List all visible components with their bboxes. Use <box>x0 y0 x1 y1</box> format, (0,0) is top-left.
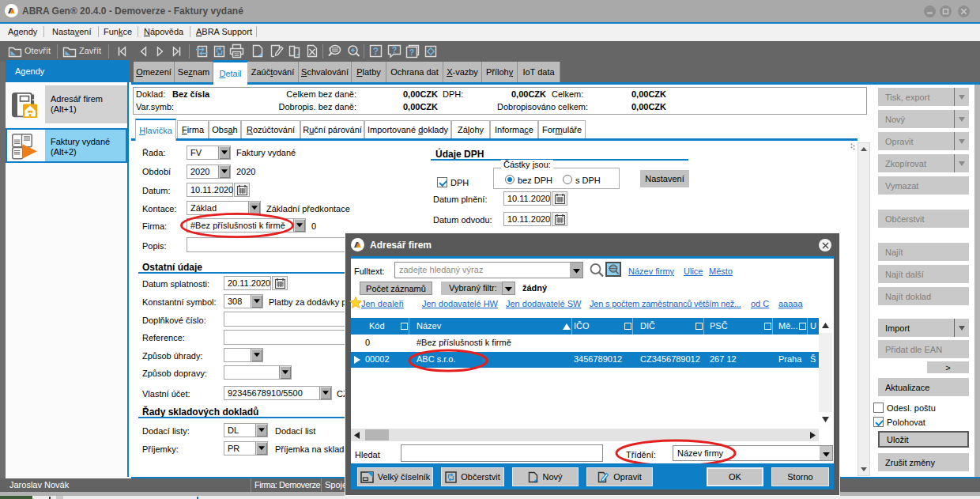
link-jen-s-poctem[interactable]: Jen s počtem zaměstnanců větším než... <box>590 299 741 308</box>
tab-prilohy[interactable]: Přílohy <box>482 62 518 82</box>
context-help-icon[interactable]: ? <box>387 44 401 59</box>
tab-obsah[interactable]: Obsah <box>209 120 241 138</box>
print-icon[interactable] <box>229 43 244 59</box>
dlg-novy-button[interactable]: Nový <box>512 467 579 486</box>
zpusob-dopravy-combo[interactable] <box>224 365 292 380</box>
delete-document-icon[interactable] <box>306 44 319 59</box>
close-button[interactable] <box>958 6 970 17</box>
dropdown-arrow-icon[interactable] <box>218 165 230 178</box>
col-kod[interactable]: Kód <box>369 321 385 331</box>
goto-document-icon[interactable] <box>195 44 209 59</box>
dodaci-listy-combo[interactable]: DL <box>224 423 268 437</box>
najit-doklad-button[interactable]: Najít doklad <box>878 287 969 305</box>
tab-detail[interactable]: Detail <box>213 60 247 85</box>
tab-iot-data[interactable]: IoT data <box>518 62 560 82</box>
datum-plneni-calendar-button[interactable] <box>552 191 567 206</box>
hscroll-thumb[interactable] <box>365 429 389 440</box>
col-option-box[interactable] <box>799 323 806 330</box>
refresh-document-icon[interactable] <box>213 44 226 59</box>
sidebar-item-adresar-firem[interactable]: Adresář firem (Alt+1) <box>6 85 127 123</box>
tab-rucni-parovani[interactable]: Ruční párování <box>300 120 364 138</box>
link-aaaaa[interactable]: aaaaa <box>778 299 803 308</box>
zpusob-uhrady-combo[interactable] <box>224 348 263 362</box>
tisk-export-button[interactable]: Tisk, export <box>878 88 969 106</box>
dropdown-arrow-icon[interactable] <box>820 446 832 460</box>
more-button[interactable]: > <box>927 361 969 373</box>
datum-splatnosti-input[interactable]: 20.11.2020 <box>224 276 271 290</box>
new-document-icon[interactable] <box>251 44 264 59</box>
datum-calendar-button[interactable] <box>234 183 250 197</box>
col-u[interactable]: U <box>810 321 816 331</box>
polohovat-checkbox[interactable] <box>873 417 884 427</box>
tab-seznam[interactable]: Seznam <box>175 62 213 82</box>
tab-importovane-doklady[interactable]: Importované doklady <box>364 120 451 138</box>
grid-header[interactable]: Kód Název IČO DIČ PSČ Mě... U <box>351 318 819 335</box>
grid-vscrollbar[interactable] <box>819 318 832 427</box>
menu-item-funkce[interactable]: Funkce <box>104 27 132 36</box>
grid-hscrollbar[interactable] <box>351 429 819 441</box>
zkopirovat-button[interactable]: Zkopírovat <box>878 154 969 172</box>
menu-item-nastaveni[interactable]: Nastavení <box>52 27 92 36</box>
dialog-close-button[interactable] <box>819 239 831 251</box>
dropdown-arrow-icon[interactable] <box>954 88 969 106</box>
dropdown-arrow-icon[interactable] <box>279 366 291 379</box>
zrusit-zmeny-button[interactable]: Zrušit změny <box>878 453 969 471</box>
col-option-box[interactable] <box>624 323 631 330</box>
najit-dalsi-button[interactable]: Najít další <box>878 265 969 283</box>
vymazat-button[interactable]: Vymazat <box>878 176 969 195</box>
tab-omezeni[interactable]: Omezení <box>134 62 175 82</box>
tab-hlavicka[interactable]: Hlavička <box>135 119 176 141</box>
tab-zauctovani[interactable]: Zaúčtování <box>247 62 299 82</box>
link-ulice[interactable]: Ulice <box>684 267 703 276</box>
link-jen-dodavatele-sw[interactable]: Jen dodavatelé SW <box>506 299 581 308</box>
sidebar-item-faktury-vydane[interactable]: Faktury vydané (Alt+2) <box>6 128 127 163</box>
datum-plneni-input[interactable]: 10.11.2020 <box>503 191 551 206</box>
form-scroll-down-icon[interactable] <box>859 464 869 475</box>
dropdown-arrow-icon[interactable] <box>218 146 230 159</box>
grid-scroll-down[interactable] <box>819 412 832 427</box>
link-jen-dodavatele-hw[interactable]: Jen dodavatelé HW <box>422 299 498 308</box>
dropdown-arrow-icon[interactable] <box>255 424 267 437</box>
toolbar-open-label[interactable]: Otevřít <box>24 46 51 55</box>
nav-next-icon[interactable] <box>153 45 167 58</box>
link-nazev-firmy[interactable]: Název firmy <box>628 267 674 276</box>
help-pages-icon[interactable]: ? <box>405 44 420 59</box>
odesl-postu-checkbox[interactable] <box>873 403 884 413</box>
zoom-in-icon[interactable] <box>346 44 361 59</box>
filter-dropdown-button[interactable] <box>502 282 515 295</box>
toolbar-close-label[interactable]: Zavřít <box>79 46 101 55</box>
ok-button[interactable]: OK <box>707 467 763 486</box>
copy-document-icon[interactable] <box>288 44 302 59</box>
tab-formulare[interactable]: Formuláře <box>538 120 586 138</box>
vlastni-ucet-combo[interactable]: 92345678910/5500 <box>224 386 332 400</box>
tab-platby[interactable]: Platby <box>352 62 386 82</box>
dlg-obcerstvit-button[interactable]: Občerstvit <box>441 467 504 486</box>
ulozit-button[interactable]: Uložit <box>878 431 969 448</box>
tab-informace[interactable]: Informace <box>490 120 538 138</box>
tab-firma[interactable]: Firma <box>177 120 209 138</box>
col-nazev[interactable]: Název <box>416 321 441 331</box>
menu-item-abra-support[interactable]: ABRA Support <box>196 27 252 36</box>
form-scroll-up-icon[interactable] <box>859 145 869 156</box>
nav-first-icon[interactable] <box>115 45 129 58</box>
dlg-opravit-button[interactable]: Opravit <box>586 467 653 486</box>
col-option-box[interactable] <box>401 323 408 330</box>
menu-item-agendy[interactable]: Agendy <box>8 27 37 36</box>
pocet-zaznamu-button[interactable]: Počet záznamů <box>360 282 432 295</box>
dropdown-arrow-icon[interactable] <box>255 442 267 455</box>
s-dph-radio[interactable] <box>563 175 572 184</box>
open-folder-icon[interactable] <box>8 45 22 58</box>
dropdown-arrow-icon[interactable] <box>954 132 969 150</box>
tab-x-vazby[interactable]: X-vazby <box>443 62 482 82</box>
datum-odvodu-calendar-button[interactable] <box>552 212 567 226</box>
novy-button[interactable]: Nový <box>878 110 969 128</box>
col-dic[interactable]: DIČ <box>640 321 655 331</box>
fulltext-filter-button[interactable] <box>605 262 621 277</box>
tab-rozuctovani[interactable]: Rozúčtování <box>241 120 300 138</box>
col-option-box[interactable] <box>764 323 771 330</box>
help-icon[interactable]: ? <box>369 44 383 59</box>
dropdown-arrow-icon[interactable] <box>251 349 262 361</box>
dropdown-arrow-icon[interactable] <box>251 295 262 308</box>
col-option-box[interactable] <box>695 323 703 330</box>
form-scrollbar[interactable] <box>858 142 870 476</box>
